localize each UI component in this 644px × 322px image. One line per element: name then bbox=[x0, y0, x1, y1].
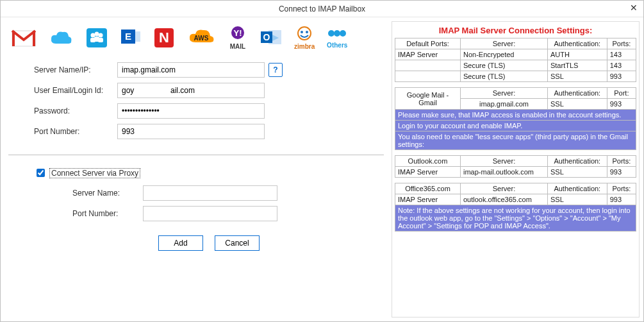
svg-rect-1 bbox=[12, 31, 15, 46]
sec4-col-ports: Ports: bbox=[607, 183, 636, 194]
proxy-server-label: Server Name: bbox=[72, 189, 143, 198]
table-row: IMAP Server Non-Encrypeted AUTH 143 bbox=[395, 49, 636, 60]
others-icon bbox=[326, 28, 348, 42]
svg-point-24 bbox=[328, 30, 334, 37]
cloud-icon bbox=[48, 28, 74, 47]
provider-n[interactable]: N bbox=[153, 27, 175, 49]
svg-text:E: E bbox=[125, 31, 131, 42]
right-panel: IMAP Mail Server Connection Settings: De… bbox=[392, 17, 643, 321]
table-row: Secure (TLS) SSL 993 bbox=[395, 71, 636, 82]
sec4-head: Office365.com bbox=[395, 183, 461, 194]
provider-gmail[interactable] bbox=[11, 28, 37, 47]
note: Note: If the above settings are not work… bbox=[395, 205, 636, 232]
help-button[interactable]: ? bbox=[268, 63, 283, 77]
dialog-body: E N AWS bbox=[1, 17, 643, 321]
settings-table-office365: Office365.com Server: Authentication: Po… bbox=[395, 183, 636, 232]
sec1-col-ports: Ports: bbox=[607, 38, 636, 49]
svg-point-23 bbox=[306, 31, 308, 33]
proxy-port-label: Port Number: bbox=[72, 209, 143, 218]
proxy-checkbox[interactable] bbox=[37, 169, 45, 177]
svg-text:O: O bbox=[263, 32, 270, 42]
port-input[interactable] bbox=[117, 124, 265, 139]
yahoo-label: MAIL bbox=[230, 43, 245, 50]
password-input[interactable] bbox=[117, 103, 265, 119]
n-icon: N bbox=[153, 27, 175, 49]
row-user: User Email/Login Id: bbox=[8, 83, 384, 98]
info-heading: IMAP Mail Server Connection Settings: bbox=[395, 26, 636, 35]
svg-text:AWS: AWS bbox=[194, 35, 209, 42]
table-row: Secure (TLS) StartTLS 143 bbox=[395, 60, 636, 71]
left-panel: E N AWS bbox=[1, 17, 392, 321]
sec1-col-auth: Authentication: bbox=[547, 38, 607, 49]
zimbra-label: zimbra bbox=[294, 43, 315, 50]
provider-exchange[interactable]: E bbox=[120, 27, 142, 49]
user-input[interactable] bbox=[117, 83, 265, 98]
provider-outlook[interactable]: O bbox=[260, 28, 283, 48]
note: Login to your account and enable IMAP. bbox=[395, 121, 636, 131]
settings-table-gmail: Google Mail - Gmail Server: Authenticati… bbox=[395, 87, 636, 150]
proxy-checkbox-row: Connect Server via Proxy bbox=[34, 167, 384, 179]
button-row: Add Cancel bbox=[8, 235, 384, 251]
yahoo-icon: Y! bbox=[227, 26, 248, 43]
sec2-head: Google Mail - Gmail bbox=[395, 88, 461, 110]
svg-point-26 bbox=[340, 30, 346, 37]
server-label: Server Name/IP: bbox=[34, 65, 117, 74]
row-server: Server Name/IP: ? bbox=[8, 62, 384, 78]
proxy-checkbox-label: Connect Server via Proxy bbox=[49, 168, 140, 178]
proxy-form: Server Name: Port Number: bbox=[8, 185, 384, 221]
sec1-col-server: Server: bbox=[460, 38, 547, 49]
window-title: Connect to IMAP Mailbox bbox=[279, 4, 365, 13]
user-label: User Email/Login Id: bbox=[34, 86, 117, 95]
row-port: Port Number: bbox=[8, 124, 384, 139]
close-icon[interactable]: ✕ bbox=[628, 2, 640, 13]
titlebar: Connect to IMAP Mailbox ✕ bbox=[1, 1, 643, 17]
svg-point-6 bbox=[99, 33, 103, 38]
table-row: IMAP Server imap-mail.outlook.com SSL 99… bbox=[395, 167, 636, 178]
svg-point-25 bbox=[334, 30, 340, 37]
svg-point-4 bbox=[91, 33, 95, 38]
sec2-col-ports: Port: bbox=[607, 88, 636, 99]
others-label: Others bbox=[327, 42, 347, 49]
svg-rect-12 bbox=[135, 31, 140, 42]
svg-rect-2 bbox=[33, 31, 35, 46]
password-label: Password: bbox=[34, 106, 117, 115]
settings-table-default: Default Ports: Server: Authentication: P… bbox=[395, 38, 636, 82]
note: Please make sure, that IMAP access is en… bbox=[395, 110, 636, 121]
sec2-col-auth: Authentication: bbox=[547, 88, 607, 99]
svg-text:Y!: Y! bbox=[234, 28, 242, 38]
sec4-col-server: Server: bbox=[460, 183, 547, 194]
proxy-server-input[interactable] bbox=[143, 185, 277, 201]
cancel-button[interactable]: Cancel bbox=[215, 235, 260, 251]
info-panel[interactable]: IMAP Mail Server Connection Settings: De… bbox=[392, 21, 640, 318]
exchange-icon: E bbox=[120, 27, 142, 49]
gmail-icon bbox=[11, 28, 37, 47]
server-input[interactable] bbox=[117, 62, 265, 78]
settings-table-outlook: Outlook.com Server: Authentication: Port… bbox=[395, 155, 636, 178]
svg-point-8 bbox=[95, 32, 99, 37]
provider-yahoo[interactable]: Y! MAIL bbox=[227, 26, 248, 50]
row-proxy-server: Server Name: bbox=[47, 185, 384, 201]
svg-point-22 bbox=[301, 31, 303, 33]
add-button[interactable]: Add bbox=[158, 235, 203, 251]
sec1-head: Default Ports: bbox=[395, 38, 461, 49]
provider-zimbra[interactable]: zimbra bbox=[294, 26, 315, 50]
provider-groupwise[interactable] bbox=[85, 27, 108, 49]
sec3-col-ports: Ports: bbox=[607, 156, 636, 167]
note: You also need to enable "less secure app… bbox=[395, 131, 636, 150]
sec3-col-auth: Authentication: bbox=[547, 156, 607, 167]
proxy-port-input[interactable] bbox=[143, 206, 277, 221]
sec2-col-server: Server: bbox=[460, 88, 547, 99]
svg-rect-9 bbox=[94, 37, 99, 42]
zimbra-icon bbox=[294, 26, 315, 43]
provider-aws[interactable]: AWS bbox=[186, 27, 216, 49]
sec4-col-auth: Authentication: bbox=[547, 183, 607, 194]
provider-icloud[interactable] bbox=[48, 28, 74, 47]
sec3-head: Outlook.com bbox=[395, 156, 461, 167]
people-icon bbox=[85, 27, 108, 49]
row-proxy-port: Port Number: bbox=[47, 206, 384, 221]
outlook-icon: O bbox=[260, 28, 283, 48]
aws-icon: AWS bbox=[186, 27, 216, 49]
provider-others[interactable]: Others bbox=[326, 28, 348, 49]
divider bbox=[8, 155, 384, 155]
table-row: IMAP Server outlook.office365.com SSL 99… bbox=[395, 194, 636, 205]
